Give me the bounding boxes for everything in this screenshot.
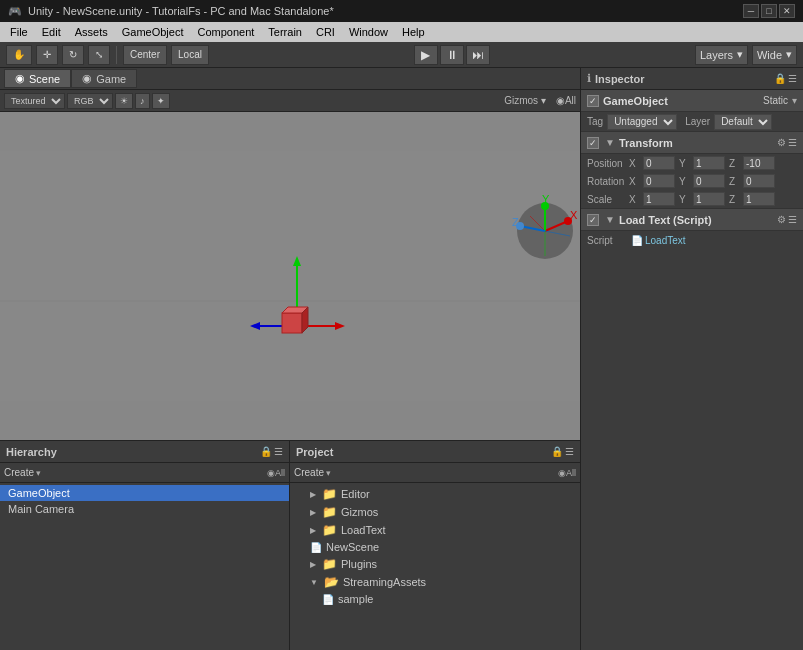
svg-point-22 [541, 202, 549, 210]
transform-menu-icon[interactable]: ☰ [788, 137, 797, 148]
layer-select[interactable]: Default [714, 114, 772, 130]
rotate-tool-button[interactable]: ↻ [62, 45, 84, 65]
hierarchy-create-button[interactable]: Create [4, 467, 34, 478]
project-lock-icon[interactable]: 🔒 [551, 446, 563, 457]
hierarchy-item-maincamera[interactable]: Main Camera [0, 501, 289, 517]
position-z-label: Z [729, 158, 739, 169]
hierarchy-toolbar: Create ▾ ◉All [0, 463, 289, 483]
rotation-z-input[interactable] [743, 174, 775, 188]
scale-z-label: Z [729, 194, 739, 205]
gameobject-name[interactable]: GameObject [603, 95, 759, 107]
script-menu-icon[interactable]: ☰ [788, 214, 797, 225]
project-item-newscene-label: NewScene [326, 541, 379, 553]
step-button[interactable]: ⏭ [466, 45, 490, 65]
inspector-controls: 🔒 ☰ [774, 73, 797, 84]
menu-edit[interactable]: Edit [36, 24, 67, 40]
minimize-button[interactable]: ─ [743, 4, 759, 18]
transform-settings-icon[interactable]: ⚙ [777, 137, 786, 148]
layers-dropdown[interactable]: Layers ▾ [695, 45, 748, 65]
transform-header[interactable]: ▼ Transform ⚙ ☰ [581, 132, 803, 154]
project-header: Project 🔒 ☰ [290, 441, 580, 463]
close-button[interactable]: ✕ [779, 4, 795, 18]
inspector-menu-icon[interactable]: ☰ [788, 73, 797, 84]
scale-z-input[interactable] [743, 192, 775, 206]
transform-title: Transform [619, 137, 673, 149]
menu-help[interactable]: Help [396, 24, 431, 40]
scale-tool-button[interactable]: ⤡ [88, 45, 110, 65]
folder-open-triangle-icon: ▼ [310, 578, 318, 587]
scene-audio-btn[interactable]: ♪ [135, 93, 150, 109]
scene-effects-btn[interactable]: ✦ [152, 93, 170, 109]
scale-x-input[interactable] [643, 192, 675, 206]
menu-file[interactable]: File [4, 24, 34, 40]
gameobject-row: GameObject Static ▾ [581, 90, 803, 112]
rotation-label: Rotation [587, 176, 627, 187]
scene-lighting-btn[interactable]: ☀ [115, 93, 133, 109]
position-z-input[interactable] [743, 156, 775, 170]
rgb-select[interactable]: RGB [67, 93, 113, 109]
pause-button[interactable]: ⏸ [440, 45, 464, 65]
project-all-label: ◉All [558, 468, 576, 478]
scale-y-input[interactable] [693, 192, 725, 206]
menu-cri[interactable]: CRI [310, 24, 341, 40]
transform-scale-row: Scale X Y Z [581, 190, 803, 208]
project-item-sample-label: sample [338, 593, 373, 605]
script-field-label: Script [587, 235, 627, 246]
hierarchy-item-gameobject[interactable]: GameObject [0, 485, 289, 501]
project-item-loadtext[interactable]: ▶ 📁 LoadText [290, 521, 580, 539]
project-panel: Project 🔒 ☰ Create ▾ ◉All ▶ 📁 Editor [290, 441, 580, 650]
script-settings-icon[interactable]: ⚙ [777, 214, 786, 225]
gizmos-label[interactable]: Gizmos ▾ [504, 95, 546, 106]
position-y-input[interactable] [693, 156, 725, 170]
project-menu-icon[interactable]: ☰ [565, 446, 574, 457]
hand-tool-button[interactable]: ✋ [6, 45, 32, 65]
script-header[interactable]: ▼ Load Text (Script) ⚙ ☰ [581, 209, 803, 231]
menu-gameobject[interactable]: GameObject [116, 24, 190, 40]
center-button[interactable]: Center [123, 45, 167, 65]
game-tab-label: Game [96, 73, 126, 85]
menu-component[interactable]: Component [191, 24, 260, 40]
hierarchy-menu-icon[interactable]: ☰ [274, 446, 283, 457]
script-enabled-checkbox[interactable] [587, 214, 599, 226]
local-button[interactable]: Local [171, 45, 209, 65]
hierarchy-lock-icon[interactable]: 🔒 [260, 446, 272, 457]
move-tool-button[interactable]: ✛ [36, 45, 58, 65]
hierarchy-content: GameObject Main Camera [0, 483, 289, 650]
project-item-gizmos[interactable]: ▶ 📁 Gizmos [290, 503, 580, 521]
project-item-plugins[interactable]: ▶ 📁 Plugins [290, 555, 580, 573]
gameobject-enabled-checkbox[interactable] [587, 95, 599, 107]
file-icon: 📄 [310, 542, 322, 553]
menu-assets[interactable]: Assets [69, 24, 114, 40]
layout-dropdown[interactable]: Wide ▾ [752, 45, 797, 65]
project-item-streamingassets[interactable]: ▼ 📂 StreamingAssets [290, 573, 580, 591]
all-filter-label[interactable]: ◉All [556, 95, 576, 106]
transform-enabled-checkbox[interactable] [587, 137, 599, 149]
rotation-y-input[interactable] [693, 174, 725, 188]
play-button[interactable]: ▶ [414, 45, 438, 65]
rotation-x-input[interactable] [643, 174, 675, 188]
script-file-icon: 📄 [631, 235, 643, 246]
tag-select[interactable]: Untagged [607, 114, 677, 130]
shading-mode-select[interactable]: Textured [4, 93, 65, 109]
project-item-editor[interactable]: ▶ 📁 Editor [290, 485, 580, 503]
maximize-button[interactable]: □ [761, 4, 777, 18]
transform-expand-icon: ▼ [605, 137, 615, 148]
folder-triangle-icon: ▶ [310, 526, 316, 535]
inspector-icon: ℹ [587, 72, 591, 85]
menu-terrain[interactable]: Terrain [262, 24, 308, 40]
window-controls[interactable]: ─ □ ✕ [743, 4, 795, 18]
project-item-sample[interactable]: 📄 sample [290, 591, 580, 607]
menu-window[interactable]: Window [343, 24, 394, 40]
script-file-name[interactable]: LoadText [645, 235, 686, 246]
project-item-newscene[interactable]: 📄 NewScene [290, 539, 580, 555]
static-dropdown-icon[interactable]: ▾ [792, 95, 797, 106]
position-x-input[interactable] [643, 156, 675, 170]
tab-scene[interactable]: ◉ Scene [4, 69, 71, 88]
inspector-header: ℹ Inspector 🔒 ☰ [581, 68, 803, 90]
tab-game[interactable]: ◉ Game [71, 69, 137, 88]
main-layout: ◉ Scene ◉ Game Textured RGB ☀ ♪ ✦ Gizmos… [0, 68, 803, 650]
game-tab-icon: ◉ [82, 72, 92, 85]
transform-section: ▼ Transform ⚙ ☰ Position X Y Z [581, 132, 803, 209]
project-create-button[interactable]: Create [294, 467, 324, 478]
inspector-lock-icon[interactable]: 🔒 [774, 73, 786, 84]
